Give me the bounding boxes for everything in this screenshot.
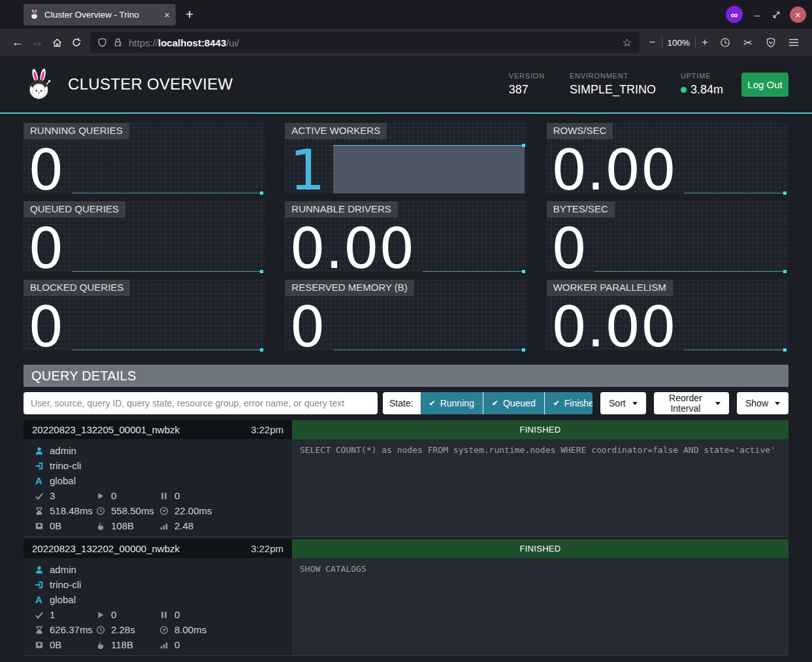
query-source: trino-cli bbox=[50, 579, 81, 590]
home-icon[interactable] bbox=[47, 33, 67, 52]
url-text[interactable]: https://localhost:8443/ui/ bbox=[129, 37, 239, 48]
query-time: 3:22pm bbox=[251, 424, 284, 435]
stat-card-queued-queries: QUEUED QUERIES 0 bbox=[24, 201, 265, 272]
query-id-link[interactable]: 20220823_132202_00000_nwbzk bbox=[32, 543, 180, 554]
check-icon bbox=[34, 491, 44, 501]
logout-button[interactable]: Log Out bbox=[741, 73, 788, 97]
browser-toolbar: ← → https://localhost:8443/ui/ ☆ bbox=[0, 29, 812, 56]
sort-dropdown[interactable]: Sort bbox=[600, 392, 646, 414]
environment-block: ENVIRONMENT SIMPLE_TRINO bbox=[570, 72, 656, 97]
play-icon bbox=[95, 610, 105, 620]
uptime-label: UPTIME bbox=[681, 72, 723, 80]
wall-time: 626.37ms bbox=[50, 624, 93, 635]
sparkline-chart bbox=[423, 223, 525, 272]
zoom-level[interactable]: 100% bbox=[664, 38, 694, 48]
query-details-title: QUERY DETAILS bbox=[24, 365, 788, 387]
chart-bars-icon bbox=[159, 640, 169, 650]
current-memory: 0B bbox=[50, 520, 61, 531]
history-clock-icon[interactable] bbox=[715, 33, 736, 52]
filter-queued-button[interactable]: ✔ Queued bbox=[483, 392, 544, 414]
forward-icon[interactable]: → bbox=[27, 33, 47, 52]
reorder-interval-dropdown[interactable]: Reorder Interval bbox=[654, 392, 729, 414]
total-time: 558.50ms bbox=[111, 505, 154, 516]
browser-tab[interactable]: Cluster Overview - Trino × bbox=[24, 4, 176, 25]
stat-card-runnable-drivers: RUNNABLE DRIVERS 0.00 bbox=[285, 201, 527, 272]
query-row-body: admin trino-cli A global 3 0 0 bbox=[24, 439, 788, 537]
state-filter-label: State: bbox=[383, 392, 420, 414]
back-icon[interactable]: ← bbox=[8, 33, 27, 52]
chart-bars-icon bbox=[159, 521, 169, 531]
query-row-body: admin trino-cli A global 1 0 0 bbox=[24, 558, 788, 656]
menu-hamburger-icon[interactable] bbox=[783, 33, 804, 52]
query-id-link[interactable]: 20220823_132205_00001_nwbzk bbox=[32, 424, 180, 435]
close-window-button[interactable]: × bbox=[790, 7, 806, 23]
scale-icon bbox=[34, 521, 44, 531]
query-time: 3:22pm bbox=[251, 543, 284, 554]
url-bar[interactable]: https://localhost:8443/ui/ ☆ bbox=[90, 32, 640, 53]
cluster-header: CLUSTER OVERVIEW VERSION 387 ENVIRONMENT… bbox=[0, 56, 812, 114]
filter-running-button[interactable]: ✔ Running bbox=[420, 392, 483, 414]
query-row-header: 20220823_132202_00000_nwbzk 3:22pm FINIS… bbox=[24, 539, 788, 558]
stat-label: QUEUED QUERIES bbox=[24, 201, 125, 218]
lock-warning-icon[interactable] bbox=[113, 37, 123, 48]
zoom-in-icon[interactable]: + bbox=[697, 36, 713, 49]
screenshot-scissors-icon[interactable]: ✂ bbox=[738, 33, 758, 52]
queued-splits: 0 bbox=[174, 490, 180, 501]
filter-finished-button[interactable]: ✔ Finished bbox=[544, 392, 593, 414]
check-icon: ✔ bbox=[429, 399, 436, 408]
trino-logo bbox=[24, 67, 56, 102]
reload-icon[interactable] bbox=[67, 33, 86, 52]
stat-label: RUNNING QUERIES bbox=[24, 123, 129, 139]
new-tab-button[interactable]: + bbox=[186, 7, 193, 22]
check-icon: ✔ bbox=[553, 399, 560, 408]
sparkline-marker bbox=[260, 270, 263, 273]
version-label: VERSION bbox=[509, 72, 545, 80]
completed-splits: 1 bbox=[50, 609, 55, 620]
sparkline-marker bbox=[783, 348, 787, 352]
sparkline-chart bbox=[333, 302, 525, 350]
zoom-out-icon[interactable]: − bbox=[645, 36, 660, 49]
query-status-bar: FINISHED bbox=[292, 539, 788, 558]
sparkline-marker bbox=[522, 270, 525, 273]
restore-button[interactable] bbox=[771, 10, 781, 20]
cumulative-memory: 118B bbox=[111, 639, 133, 650]
queued-splits: 0 bbox=[174, 609, 180, 620]
shield-icon[interactable] bbox=[97, 37, 107, 48]
shield-chevron-icon[interactable] bbox=[760, 33, 781, 52]
minimize-button[interactable]: – bbox=[751, 9, 763, 20]
scale-icon bbox=[34, 640, 44, 650]
stat-value: 0 bbox=[551, 225, 587, 272]
bookmark-star-icon[interactable]: ☆ bbox=[622, 36, 632, 50]
pause-icon bbox=[159, 610, 169, 620]
tab-close-icon[interactable]: × bbox=[164, 9, 170, 20]
sparkline-chart bbox=[333, 145, 525, 193]
completed-splits: 3 bbox=[50, 490, 55, 501]
state-filter-group: State: ✔ Running ✔ Queued ✔ Finished Fai… bbox=[383, 392, 593, 414]
user-icon bbox=[34, 565, 44, 574]
query-source: trino-cli bbox=[50, 460, 81, 471]
caret-down-icon bbox=[715, 402, 721, 405]
sparkline-chart bbox=[684, 302, 786, 350]
tab-title: Cluster Overview - Trino bbox=[44, 10, 139, 20]
sparkline-marker bbox=[260, 191, 263, 195]
fire-icon bbox=[95, 521, 105, 531]
stat-value: 0.00 bbox=[551, 146, 676, 193]
query-search-input[interactable] bbox=[24, 392, 378, 414]
environment-value: SIMPLE_TRINO bbox=[570, 83, 656, 97]
fire-icon bbox=[95, 640, 105, 650]
stat-label: BLOCKED QUERIES bbox=[24, 280, 130, 296]
stat-value: 0 bbox=[28, 303, 64, 350]
sparkline-marker bbox=[522, 348, 525, 352]
environment-label: ENVIRONMENT bbox=[570, 72, 656, 80]
show-dropdown[interactable]: Show bbox=[737, 392, 788, 414]
query-row-header: 20220823_132205_00001_nwbzk 3:22pm FINIS… bbox=[24, 420, 788, 439]
clock-icon bbox=[95, 625, 105, 635]
hourglass-icon bbox=[34, 625, 44, 635]
font-icon: A bbox=[34, 476, 44, 486]
uptime-status-dot bbox=[681, 87, 687, 93]
gauge-icon bbox=[159, 506, 169, 516]
stat-label: RESERVED MEMORY (B) bbox=[285, 280, 414, 296]
stat-card-worker-parallelism: WORKER PARALLELISM 0.00 bbox=[547, 280, 788, 350]
gauge-icon bbox=[159, 625, 169, 635]
query-user: admin bbox=[50, 564, 76, 575]
